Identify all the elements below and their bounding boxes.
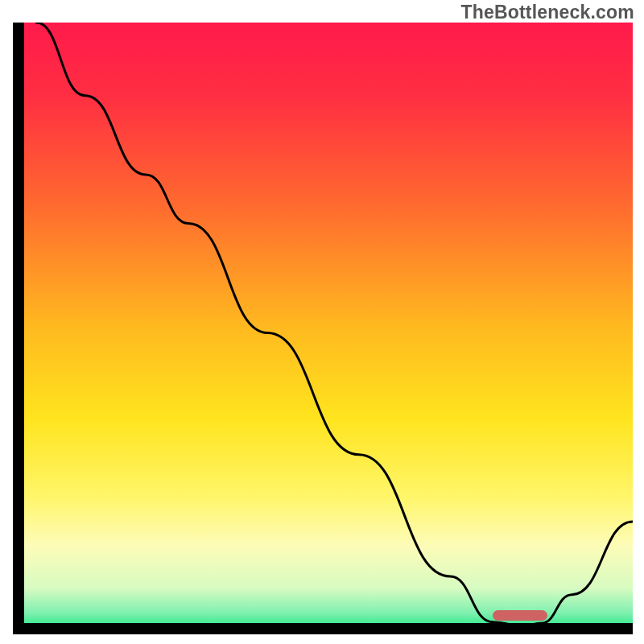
chart-frame: TheBottleneck.com	[0, 0, 644, 644]
x-axis	[13, 623, 633, 634]
bottleneck-curve	[24, 23, 633, 623]
plot-outer	[13, 23, 633, 634]
watermark-text: TheBottleneck.com	[460, 2, 634, 23]
optimal-range-marker	[493, 610, 547, 621]
plot-area	[24, 23, 633, 623]
y-axis	[13, 23, 24, 634]
